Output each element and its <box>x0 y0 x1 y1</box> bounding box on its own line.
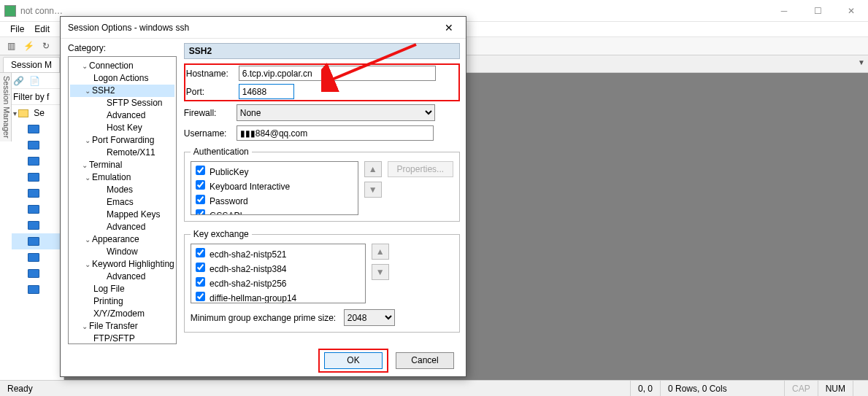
status-rows: 0 Rows, 0 Cols <box>660 381 784 396</box>
ok-button[interactable]: OK <box>324 352 383 369</box>
tree-host-key[interactable]: Host Key <box>107 122 142 134</box>
auth-gssapi[interactable]: GSSAPI <box>193 207 356 215</box>
session-manager-panel: 🔗 📄 Filter by f ▾ Se <box>12 73 64 380</box>
tree-modes[interactable]: Modes <box>107 184 133 196</box>
doc-icon[interactable]: 📄 <box>29 76 40 86</box>
authentication-fieldset: Authentication PublicKey Keyboard Intera… <box>184 147 460 222</box>
authentication-legend: Authentication <box>191 147 252 157</box>
link-icon[interactable]: 🔗 <box>13 76 24 86</box>
tree-ssh2[interactable]: SSH2 <box>92 85 115 97</box>
tree-xyzmodem[interactable]: X/Y/Zmodem <box>93 308 145 320</box>
port-input[interactable] <box>239 84 294 99</box>
kex-item[interactable]: ecdh-sha2-nistp256 <box>193 275 364 290</box>
category-tree[interactable]: ⌄Connection Logon Actions ⌄SSH2 SFTP Ses… <box>68 56 177 344</box>
tree-log-file[interactable]: Log File <box>93 283 125 295</box>
tree-emacs[interactable]: Emacs <box>107 196 134 209</box>
authentication-list[interactable]: PublicKey Keyboard Interactive Password … <box>191 161 358 215</box>
tree-toggle-icon[interactable]: ⌄ <box>80 159 89 171</box>
folder-icon <box>18 109 28 117</box>
hostname-label: Hostname: <box>186 69 239 79</box>
session-icon[interactable] <box>28 221 39 230</box>
category-label: Category: <box>68 43 177 53</box>
lightning-icon[interactable]: ⚡ <box>22 39 35 53</box>
username-label: Username: <box>184 128 237 139</box>
tree-toggle-icon[interactable]: ⌄ <box>83 85 92 97</box>
tab-session-manager[interactable]: Session M <box>3 57 60 72</box>
tab-dropdown-icon[interactable]: ▼ <box>858 58 865 66</box>
session-manager-vertical-tab[interactable]: Session Manager <box>0 73 12 141</box>
tree-toggle-icon[interactable]: ⌄ <box>83 171 92 184</box>
tree-file-transfer[interactable]: File Transfer <box>89 320 138 333</box>
menu-edit[interactable]: Edit <box>34 24 50 34</box>
tree-connection[interactable]: Connection <box>89 60 134 72</box>
tree-sftp-session[interactable]: SFTP Session <box>107 97 162 109</box>
min-group-select[interactable]: 2048 <box>344 309 395 326</box>
tree-port-forwarding[interactable]: Port Forwarding <box>92 134 154 147</box>
auth-password[interactable]: Password <box>193 193 356 207</box>
tree-logon-actions[interactable]: Logon Actions <box>93 72 148 85</box>
min-group-label: Minimum group exchange prime size: <box>191 313 344 323</box>
kex-move-down-button[interactable]: ▼ <box>372 264 389 280</box>
tree-expand-icon[interactable]: ▾ <box>13 109 17 117</box>
tree-terminal[interactable]: Terminal <box>89 159 122 171</box>
firewall-select[interactable]: None <box>237 104 435 121</box>
key-exchange-legend: Key exchange <box>191 229 252 239</box>
menu-file[interactable]: File <box>10 24 24 34</box>
firewall-label: Firewall: <box>184 108 237 118</box>
session-icon[interactable] <box>28 157 39 166</box>
tree-toggle-icon[interactable]: ⌄ <box>83 233 92 246</box>
tree-mapped-keys[interactable]: Mapped Keys <box>107 209 160 221</box>
key-exchange-list[interactable]: ecdh-sha2-nistp521 ecdh-sha2-nistp384 ec… <box>191 244 366 303</box>
tree-toggle-icon[interactable]: ⌄ <box>83 258 92 271</box>
tree-advanced[interactable]: Advanced <box>107 109 145 122</box>
username-input[interactable] <box>237 125 434 141</box>
refresh-icon[interactable]: ↻ <box>39 39 53 53</box>
session-icon[interactable] <box>28 125 39 133</box>
folder-label: Se <box>34 108 45 118</box>
tree-ftp-sftp[interactable]: FTP/SFTP <box>93 333 135 344</box>
session-icon[interactable] <box>28 269 39 278</box>
tree-toggle-icon[interactable]: ⌄ <box>80 320 89 333</box>
status-bar: Ready 0, 0 0 Rows, 0 Cols CAP NUM <box>0 380 868 396</box>
tree-toggle-icon[interactable]: ⌄ <box>80 60 89 72</box>
tree-advanced-2[interactable]: Advanced <box>107 221 145 233</box>
tree-advanced-3[interactable]: Advanced <box>107 271 145 283</box>
minimize-button[interactable]: ─ <box>767 0 801 22</box>
session-options-dialog: Session Options - windows ssh ✕ Category… <box>60 16 466 377</box>
tree-printing[interactable]: Printing <box>93 295 123 308</box>
port-label: Port: <box>186 87 239 97</box>
tree-toggle-icon[interactable]: ⌄ <box>83 134 92 147</box>
kex-item[interactable]: ecdh-sha2-nistp384 <box>193 260 364 275</box>
auth-keyboard-interactive[interactable]: Keyboard Interactive <box>193 178 356 193</box>
hostname-input[interactable] <box>239 66 436 81</box>
toolbar-icon-1[interactable]: ▥ <box>4 39 18 53</box>
close-button[interactable]: ✕ <box>834 0 868 22</box>
dialog-titlebar: Session Options - windows ssh ✕ <box>61 17 466 39</box>
cancel-button[interactable]: Cancel <box>396 352 454 369</box>
auth-move-up-button[interactable]: ▲ <box>364 161 382 177</box>
maximize-button[interactable]: ☐ <box>801 0 834 22</box>
tree-emulation[interactable]: Emulation <box>92 171 131 184</box>
filter-row: Filter by f <box>12 89 64 105</box>
status-num: NUM <box>818 381 853 396</box>
session-icon[interactable] <box>28 253 39 262</box>
status-cap: CAP <box>784 381 818 396</box>
kex-move-up-button[interactable]: ▲ <box>372 244 389 260</box>
session-icon[interactable] <box>28 141 39 150</box>
kex-item[interactable]: ecdh-sha2-nistp521 <box>193 246 364 260</box>
session-icon[interactable] <box>28 173 39 182</box>
dialog-close-icon[interactable]: ✕ <box>438 22 460 34</box>
auth-publickey[interactable]: PublicKey <box>193 163 356 178</box>
window-title: not conn… <box>20 6 767 16</box>
session-icon[interactable] <box>28 205 39 214</box>
tree-appearance[interactable]: Appearance <box>92 233 139 246</box>
kex-item[interactable]: diffie-hellman-group14 <box>193 290 364 303</box>
session-icon[interactable] <box>28 237 39 246</box>
tree-remote-x11[interactable]: Remote/X11 <box>107 147 155 159</box>
tree-keyword-highlighting[interactable]: Keyword Highlighting <box>92 258 174 271</box>
auth-move-down-button[interactable]: ▼ <box>364 182 382 198</box>
session-icon[interactable] <box>28 285 39 294</box>
tree-window[interactable]: Window <box>107 246 138 258</box>
session-icon[interactable] <box>28 189 39 198</box>
status-pos: 0, 0 <box>630 381 660 396</box>
